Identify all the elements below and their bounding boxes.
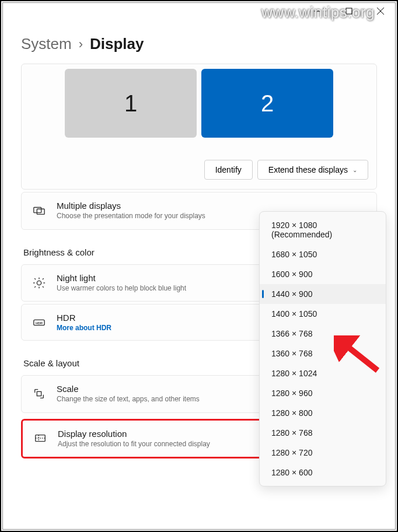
svg-line-11 [43, 278, 44, 279]
svg-line-14 [43, 286, 44, 288]
annotation-arrow [334, 335, 380, 376]
identify-button[interactable]: Identify [204, 160, 253, 180]
night-light-icon [32, 276, 46, 290]
svg-rect-5 [37, 209, 44, 215]
multiple-displays-title: Multiple displays [57, 201, 366, 211]
resolution-option[interactable]: 1600 × 900 [260, 264, 386, 284]
resolution-option[interactable]: 1280 × 600 [260, 463, 386, 482]
svg-line-13 [34, 278, 36, 279]
svg-point-6 [37, 281, 41, 285]
watermark-text: www.wintips.org [261, 4, 375, 22]
multiple-displays-icon [32, 204, 46, 218]
svg-rect-4 [34, 208, 41, 213]
resolution-option[interactable]: 1280 × 768 [260, 423, 386, 443]
resolution-option[interactable]: 1440 × 900 [260, 284, 386, 304]
breadcrumb: System › Display [21, 35, 377, 53]
svg-text:HDR: HDR [36, 321, 43, 324]
resolution-option[interactable]: 1280 × 800 [260, 403, 386, 423]
resolution-option[interactable]: 1920 × 1080 (Recommended) [260, 215, 386, 244]
resolution-option[interactable]: 1680 × 1050 [260, 244, 386, 264]
display-1[interactable]: 1 [65, 69, 197, 138]
svg-rect-17 [37, 392, 41, 396]
display-2[interactable]: 2 [201, 69, 333, 138]
resolution-icon [33, 432, 47, 446]
resolution-option[interactable]: 1280 × 720 [260, 443, 386, 463]
extend-displays-dropdown[interactable]: Extend these displays ⌄ [257, 160, 368, 180]
display-arrangement-panel: 1 2 Identify Extend these displays ⌄ [21, 64, 377, 190]
svg-line-22 [341, 341, 378, 370]
breadcrumb-separator: › [79, 37, 83, 52]
breadcrumb-parent[interactable]: System [21, 35, 72, 53]
chevron-down-icon: ⌄ [352, 167, 357, 173]
scale-icon [32, 387, 46, 401]
resolution-option[interactable]: 1280 × 960 [260, 383, 386, 403]
hdr-icon: HDR [32, 316, 46, 330]
svg-line-12 [34, 286, 36, 288]
breadcrumb-current: Display [90, 35, 144, 53]
resolution-option[interactable]: 1400 × 1050 [260, 304, 386, 324]
